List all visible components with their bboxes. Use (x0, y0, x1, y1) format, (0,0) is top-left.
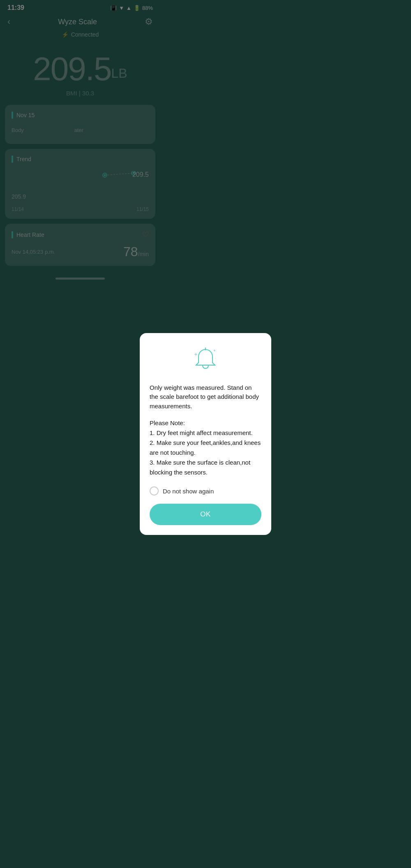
modal-overlay: + + · Only weight was measured. Stand on… (0, 0, 160, 347)
dialog-icon-area: + + · (150, 345, 160, 347)
dialog: + + · Only weight was measured. Stand on… (140, 333, 160, 347)
